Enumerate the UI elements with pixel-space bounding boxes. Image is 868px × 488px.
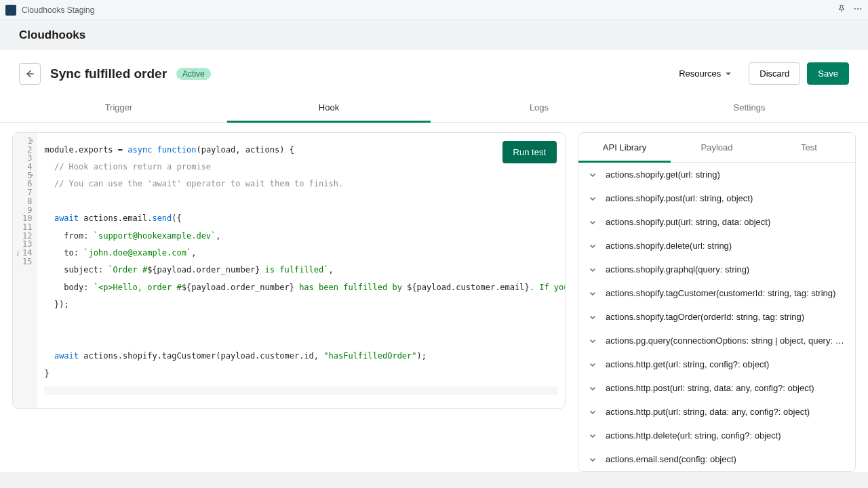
api-item[interactable]: actions.shopify.put(url: string, data: o… <box>578 210 855 234</box>
code-editor[interactable]: 1 2 3 4 5 6 7 8 9 10 11 12 13 14 15 modu… <box>13 133 565 408</box>
chevron-down-icon <box>588 360 597 369</box>
svg-point-2 <box>860 7 861 9</box>
chevron-down-icon <box>588 431 597 441</box>
line-gutter: 1 2 3 4 5 6 7 8 9 10 11 12 13 14 15 <box>13 133 37 408</box>
api-item-label: actions.http.delete(url: string, config?… <box>606 430 781 441</box>
api-library-list: actions.shopify.get(url: string)actions.… <box>578 163 855 471</box>
api-item[interactable]: actions.pg.query(connectionOptions: stri… <box>578 329 855 352</box>
tab-logs[interactable]: Logs <box>434 93 644 122</box>
chevron-down-icon <box>588 289 597 298</box>
main-tabs: Trigger Hook Logs Settings <box>0 93 868 123</box>
app-header: Cloudhooks <box>0 20 868 50</box>
api-item-label: actions.shopify.graphql(query: string) <box>606 264 749 274</box>
api-item[interactable]: actions.shopify.tagOrder(orderId: string… <box>578 305 855 329</box>
chevron-down-icon <box>588 384 597 393</box>
api-item-label: actions.shopify.get(url: string) <box>606 169 720 180</box>
chevron-down-icon <box>588 336 597 346</box>
chevron-down-icon <box>588 170 597 180</box>
api-item-label: actions.shopify.post(url: string, object… <box>606 193 753 203</box>
code-editor-panel: i Run test 1 2 3 4 5 6 7 8 9 10 11 12 13 <box>12 132 566 409</box>
chevron-down-icon <box>588 241 597 251</box>
tab-hook[interactable]: Hook <box>224 93 434 122</box>
api-item[interactable]: actions.http.get(url: string, config?: o… <box>578 352 855 376</box>
api-item-label: actions.http.get(url: string, config?: o… <box>606 359 769 369</box>
resources-label: Resources <box>679 68 721 79</box>
api-item-label: actions.http.post(url: string, data: any… <box>606 383 814 393</box>
api-item[interactable]: actions.shopify.tagCustomer(customerId: … <box>578 281 855 305</box>
app-frame-topbar: Cloudhooks Staging <box>0 0 868 20</box>
app-title: Cloudhooks <box>19 28 849 42</box>
api-item[interactable]: actions.http.delete(url: string, config?… <box>578 424 855 447</box>
side-panel: API Library Payload Test actions.shopify… <box>578 132 856 472</box>
chevron-down-icon <box>588 312 597 322</box>
side-tab-api[interactable]: API Library <box>578 133 671 162</box>
status-badge: Active <box>176 68 211 80</box>
chevron-down-icon <box>588 265 597 274</box>
code-content[interactable]: module.exports = async function(payload,… <box>37 133 565 408</box>
api-item-label: actions.pg.query(connectionOptions: stri… <box>606 336 846 346</box>
api-item-label: actions.shopify.tagCustomer(customerId: … <box>606 288 835 298</box>
app-frame-title: Cloudhooks Staging <box>22 5 94 15</box>
side-tab-test[interactable]: Test <box>763 133 855 162</box>
discard-button[interactable]: Discard <box>749 62 800 85</box>
api-item-label: actions.http.put(url: string, data: any,… <box>606 407 810 417</box>
api-item-label: actions.email.send(config: object) <box>606 454 736 464</box>
api-item-label: actions.shopify.put(url: string, data: o… <box>606 217 770 227</box>
api-item[interactable]: actions.shopify.delete(url: string) <box>578 234 855 258</box>
more-icon[interactable] <box>853 4 863 16</box>
lint-info-icon[interactable]: i <box>17 249 18 258</box>
svg-point-1 <box>857 7 859 9</box>
api-item-label: actions.shopify.tagOrder(orderId: string… <box>606 312 804 322</box>
side-tabs: API Library Payload Test <box>578 133 855 163</box>
api-item[interactable]: actions.shopify.get(url: string) <box>578 163 855 186</box>
page-title: Sync fulfilled order <box>50 66 167 81</box>
api-item[interactable]: actions.shopify.post(url: string, object… <box>578 186 855 210</box>
app-icon <box>5 5 16 16</box>
api-item[interactable]: actions.email.send(config: object) <box>578 447 855 471</box>
pin-icon[interactable] <box>837 4 846 16</box>
tab-trigger[interactable]: Trigger <box>14 93 224 122</box>
chevron-down-icon <box>588 407 597 417</box>
run-test-button[interactable]: Run test <box>502 141 557 163</box>
svg-point-0 <box>854 7 856 9</box>
chevron-down-icon <box>588 218 597 227</box>
page-header: Sync fulfilled order Active Resources Di… <box>0 50 868 93</box>
tab-settings[interactable]: Settings <box>644 93 854 122</box>
resources-button[interactable]: Resources <box>669 63 742 84</box>
chevron-down-icon <box>588 194 597 203</box>
side-tab-payload[interactable]: Payload <box>671 133 763 162</box>
api-item[interactable]: actions.http.post(url: string, data: any… <box>578 376 855 400</box>
chevron-down-icon <box>588 455 597 464</box>
save-button[interactable]: Save <box>807 62 849 85</box>
api-item[interactable]: actions.shopify.graphql(query: string) <box>578 258 855 281</box>
api-item[interactable]: actions.http.put(url: string, data: any,… <box>578 400 855 424</box>
api-item-label: actions.shopify.delete(url: string) <box>606 241 732 251</box>
back-button[interactable] <box>19 63 41 85</box>
